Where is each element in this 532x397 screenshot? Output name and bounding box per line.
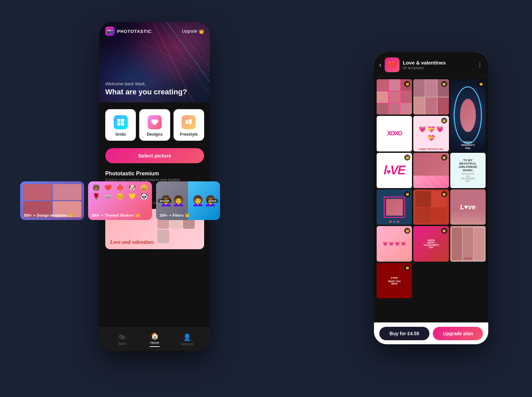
crown-badge: 👑 [478,81,484,87]
sticker-grid: 🐻 ❤️ 🍁 🐶 😄 🌹 🐭 😊 💛 🐼 [88,181,152,203]
right-phone-bottom: Buy for £4.55 Upgrade plan [374,322,488,344]
crown-badge: 👑 [441,81,447,87]
collection-thumbnail: ❤️ [385,57,400,72]
template-item-tall[interactable]: HappyValentine'sDay 👑 [450,79,486,151]
bottom-navigation: 🛍 Store 🏠 Home 👤 Account [99,327,210,351]
select-picture-button[interactable]: Select picture [105,148,204,163]
svg-rect-11 [186,120,188,124]
template-item[interactable]: SMITH HAPPY VALENTINE'S DAY 👑 [413,226,449,261]
premium-section: Phototastic Premium Explore your creativ… [105,171,204,182]
premium-title: Phototastic Premium [105,171,204,177]
svg-line-6 [140,42,210,76]
more-options-button[interactable]: ⋮ [477,61,483,69]
home-label: Home [150,341,159,345]
upgrade-label: Upgrade [182,29,197,34]
welcome-text: Welcome back Mark, [105,81,187,86]
category-freestyle[interactable]: Freestyle [174,109,204,141]
right-phone: ‹ ❤️ Love & valentines 56 templates ⋮ [374,52,488,344]
crown-badge: 👑 [441,118,447,124]
store-icon: 🛍 [119,333,125,341]
back-button[interactable]: ‹ [379,61,381,69]
nav-home[interactable]: 🏠 Home [139,332,171,347]
designs-label: Designs [147,132,163,137]
template-item[interactable]: L♥ve [450,226,486,261]
crown-icon: 👑 [199,29,204,34]
template-item[interactable]: 💗 💝 💗 💝 Happy Valentines day 👑 [413,116,449,151]
svg-rect-7 [117,119,120,122]
buy-button[interactable]: Buy for £4.55 [379,327,429,340]
template-item[interactable]: 💗 💗 💗 💗 👑 [377,226,412,261]
upgrade-plan-button[interactable]: Upgrade plan [433,327,483,340]
store-label: Store [118,342,126,346]
premium-card-stickers[interactable]: 🐻 ❤️ 🍁 🐶 😄 🌹 🐭 😊 💛 🐼 250++ Themed Sticke… [88,181,152,220]
designs-icon [148,115,162,129]
crown-badge: 👑 [404,155,410,161]
home-icon: 🏠 [151,332,159,340]
svg-rect-8 [121,119,124,122]
category-grids[interactable]: Grids [105,109,136,141]
template-item[interactable]: 👑 [413,79,449,115]
premium-card-designs[interactable]: 300++ Design templates 👑 [20,181,84,220]
card2-label: 250++ Themed Stickers 👑 [91,213,140,217]
app-logo-icon: 📷 [105,27,115,36]
svg-rect-12 [189,119,192,124]
premium-card-filters[interactable]: 👩‍🦱👩‍🦱 👩‍🦱👩‍🦱 BEFORE AFTER 100++ Filters… [156,181,220,220]
template-item[interactable]: L♥ve WHAT YOUNEED 👑 [377,263,412,298]
template-item[interactable]: ❤️ 💙 ❤️ 👑 [377,189,412,225]
premium-cards: 300++ Design templates 👑 🐻 ❤️ 🍁 🐶 😄 🌹 🐭 … [20,181,229,220]
crown-badge: 👑 [441,191,447,197]
crown-badge: 👑 [441,155,447,161]
freestyle-label: Freestyle [180,132,198,137]
phone-header: 📷 PHOTOTASTIC Upgrade 👑 Welcome back Mar… [99,22,210,102]
main-heading: What are you creating? [105,88,187,96]
card1-label: 300++ Design templates 👑 [24,213,73,217]
trending-card-title: Love and valentines [110,239,154,245]
app-bar: 📷 PHOTOTASTIC Upgrade 👑 [99,22,210,36]
trending-card-content: Love and valentines [110,239,154,245]
account-icon: 👤 [183,333,191,341]
after-tag: AFTER [207,199,218,203]
svg-rect-9 [117,123,120,126]
active-indicator [150,346,160,347]
nav-store[interactable]: 🛍 Store [106,333,139,346]
collection-info: Love & valentines 56 templates [403,60,473,70]
upgrade-button[interactable]: Upgrade 👑 [182,29,204,34]
template-item[interactable]: l♥VE 👑 [377,153,412,188]
crown-badge: 👑 [441,228,447,234]
category-grid: Grids Designs Freestyle [105,109,204,141]
app-name: PHOTOTASTIC [117,29,152,34]
before-after-labels: BEFORE AFTER [156,199,220,203]
category-designs[interactable]: Designs [139,109,170,141]
before-tag: BEFORE [158,199,171,203]
template-grid: 👑 👑 [377,79,486,298]
header-text: Welcome back Mark, What are you creating… [105,81,187,96]
grids-label: Grids [115,132,126,137]
collection-name: Love & valentines [403,60,473,65]
right-phone-header: ‹ ❤️ Love & valentines 56 templates ⋮ [374,52,488,77]
template-item[interactable]: TO MYBEAUTIFULGIRLFRIENDMARIA WITH LOVEO… [450,153,486,188]
phone-body: Grids Designs Freestyle [99,102,210,194]
card3-label: 100++ Filters 👑 [159,213,190,217]
freestyle-icon [182,115,196,129]
collection-count: 56 templates [403,66,473,70]
nav-account[interactable]: 👤 Account [171,333,203,346]
svg-rect-10 [121,123,124,126]
grids-icon [114,115,128,129]
template-item[interactable]: 👑 [377,79,412,115]
crown-badge: 👑 [404,265,410,271]
app-logo: 📷 PHOTOTASTIC [105,27,152,36]
template-grid-container: 👑 👑 [374,77,488,322]
account-label: Account [181,342,193,346]
template-item[interactable]: XOXO [377,116,412,151]
template-item[interactable]: 👑 [413,189,449,225]
template-item[interactable]: 👑 [413,153,449,188]
template-item[interactable]: L♥ve [450,189,486,225]
